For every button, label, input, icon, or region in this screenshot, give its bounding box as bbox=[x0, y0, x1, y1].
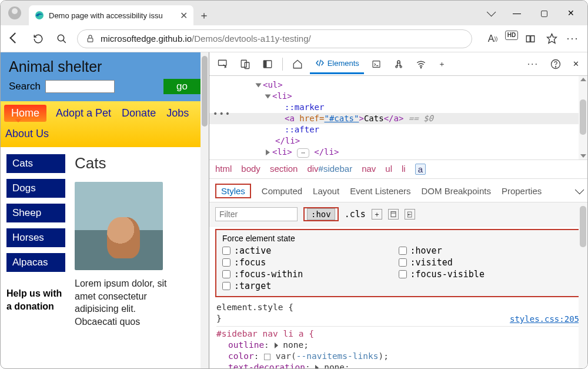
computed-toggle-icon[interactable] bbox=[388, 209, 399, 220]
search-input[interactable] bbox=[45, 80, 115, 93]
sidebar-item-alpacas[interactable]: Alpacas bbox=[6, 253, 65, 272]
go-button[interactable]: go bbox=[163, 79, 201, 94]
address-bar: microsoftedge.github.io/Demos/devtools-a… bbox=[1, 25, 587, 52]
state-hover[interactable]: :hover bbox=[399, 245, 575, 256]
nav-jobs[interactable]: Jobs bbox=[165, 105, 190, 122]
svg-line-2 bbox=[63, 40, 66, 43]
more-button[interactable]: ··· bbox=[564, 31, 582, 47]
styles-filter-input[interactable] bbox=[215, 207, 298, 221]
favorite-button[interactable] bbox=[543, 31, 560, 47]
maximize-button[interactable]: ▢ bbox=[531, 4, 557, 22]
section-heading: Cats bbox=[75, 154, 172, 172]
edge-icon bbox=[35, 11, 44, 20]
close-window-button[interactable]: ✕ bbox=[558, 4, 584, 22]
url-field[interactable]: microsoftedge.github.io/Demos/devtools-a… bbox=[77, 29, 472, 48]
reading-list-button[interactable] bbox=[522, 31, 539, 47]
devtools-close-icon[interactable]: ✕ bbox=[568, 54, 584, 74]
new-style-rule-icon[interactable]: ＋ bbox=[372, 209, 382, 220]
subtab-properties[interactable]: Properties bbox=[502, 186, 542, 196]
breadcrumb[interactable]: htmlbodysection div#sidebar navulli a bbox=[209, 159, 587, 179]
devtools-more-icon[interactable]: ··· bbox=[523, 54, 543, 74]
subtab-overflow-icon[interactable] bbox=[575, 186, 582, 196]
state-focus-visible[interactable]: :focus-visible bbox=[399, 269, 575, 280]
profile-button[interactable] bbox=[1, 1, 29, 25]
svg-point-14 bbox=[396, 66, 397, 68]
tab-chevron-icon[interactable] bbox=[477, 4, 503, 22]
svg-point-1 bbox=[58, 35, 64, 41]
svg-rect-9 bbox=[263, 61, 266, 68]
subtab-styles[interactable]: Styles bbox=[215, 184, 251, 198]
sidebar: Cats Dogs Sheep Horses Alpacas bbox=[6, 154, 65, 272]
rendering-panel-icon[interactable]: ⍇ bbox=[405, 209, 415, 220]
window-controls: — ▢ ✕ bbox=[477, 1, 587, 25]
dom-tree[interactable]: ••• <ul> <li> ::marker <a href="#cats">C… bbox=[209, 76, 587, 159]
page-title: Animal shelter bbox=[9, 58, 201, 75]
tab-network[interactable] bbox=[411, 54, 431, 74]
main-nav: Home Adopt a Pet Donate Jobs About Us bbox=[1, 101, 209, 147]
subtab-computed[interactable]: Computed bbox=[262, 186, 302, 196]
page-viewport: Animal shelter Search go Home Adopt a Pe… bbox=[1, 52, 209, 369]
styles-subtabs: Styles Computed Layout Event Listeners D… bbox=[209, 179, 587, 202]
hd-button[interactable]: HD bbox=[505, 31, 518, 40]
svg-rect-5 bbox=[219, 60, 227, 65]
page-scrollbar[interactable] bbox=[201, 52, 209, 369]
back-button[interactable] bbox=[6, 31, 23, 47]
styles-scrollbar[interactable] bbox=[579, 202, 587, 369]
svg-point-13 bbox=[397, 61, 400, 64]
nav-donate[interactable]: Donate bbox=[121, 105, 157, 122]
styles-filter-row: :hov .cls ＋ ⍇ bbox=[209, 202, 587, 227]
cat-image bbox=[75, 182, 163, 270]
sidebar-item-cats[interactable]: Cats bbox=[6, 154, 65, 173]
tab-title: Demo page with accessibility issu bbox=[49, 11, 163, 20]
svg-point-15 bbox=[400, 66, 402, 68]
devtools: Elements ＋ ··· ✕ ••• <ul> <li> ::marker … bbox=[209, 52, 587, 369]
nav-home[interactable]: Home bbox=[4, 105, 46, 122]
state-target[interactable]: :target bbox=[222, 281, 399, 291]
force-state-title: Force element state bbox=[222, 234, 574, 243]
tab-welcome[interactable] bbox=[288, 54, 308, 74]
lock-icon bbox=[86, 34, 95, 43]
search-label: Search bbox=[9, 81, 41, 92]
source-link[interactable]: styles.css:205 bbox=[510, 314, 579, 325]
nav-adopt[interactable]: Adopt a Pet bbox=[55, 105, 112, 122]
browser-tab[interactable]: Demo page with accessibility issu ✕ bbox=[29, 5, 193, 25]
nav-about[interactable]: About Us bbox=[4, 125, 50, 142]
more-tabs-button[interactable]: ＋ bbox=[433, 54, 450, 74]
svg-rect-11 bbox=[373, 61, 380, 67]
style-rules[interactable]: element.style { } styles.css:205 #sideba… bbox=[209, 301, 587, 369]
dom-scrollbar[interactable] bbox=[579, 76, 587, 159]
search-button[interactable] bbox=[54, 31, 70, 47]
inspect-element-icon[interactable] bbox=[213, 54, 233, 74]
donation-callout: Help us with a donation bbox=[6, 287, 65, 313]
state-visited[interactable]: :visited bbox=[399, 257, 575, 268]
svg-rect-3 bbox=[88, 38, 93, 42]
tab-elements[interactable]: Elements bbox=[310, 54, 364, 74]
sidebar-item-sheep[interactable]: Sheep bbox=[6, 204, 65, 222]
tab-console[interactable] bbox=[366, 54, 386, 74]
hov-toggle[interactable]: :hov bbox=[303, 207, 339, 221]
state-focus[interactable]: :focus bbox=[222, 257, 399, 268]
refresh-button[interactable] bbox=[30, 31, 46, 47]
subtab-dom-breakpoints[interactable]: DOM Breakpoints bbox=[422, 186, 491, 196]
svg-rect-6 bbox=[241, 60, 246, 67]
tab-sources[interactable] bbox=[389, 54, 409, 74]
ellipsis-icon[interactable]: ••• bbox=[213, 109, 231, 118]
tab-close-icon[interactable]: ✕ bbox=[180, 10, 188, 21]
dock-side-icon[interactable] bbox=[258, 54, 278, 74]
svg-marker-4 bbox=[547, 34, 556, 44]
device-toggle-icon[interactable] bbox=[235, 54, 255, 74]
subtab-event-listeners[interactable]: Event Listeners bbox=[350, 186, 410, 196]
cls-toggle[interactable]: .cls bbox=[345, 209, 366, 220]
url-text: microsoftedge.github.io/Demos/devtools-a… bbox=[101, 34, 311, 44]
read-aloud-button[interactable]: A)) bbox=[484, 31, 502, 47]
state-active[interactable]: :active bbox=[222, 245, 399, 256]
sidebar-item-horses[interactable]: Horses bbox=[6, 228, 65, 247]
new-tab-button[interactable]: ＋ bbox=[193, 5, 215, 25]
minimize-button[interactable]: — bbox=[504, 4, 530, 22]
sidebar-item-dogs[interactable]: Dogs bbox=[6, 179, 65, 198]
help-icon[interactable] bbox=[546, 54, 566, 74]
main-content: Cats Lorem ipsum dolor, sit amet consect… bbox=[75, 154, 172, 328]
force-element-state-panel: Force element state :active :hover :focu… bbox=[215, 229, 582, 297]
subtab-layout[interactable]: Layout bbox=[313, 186, 339, 196]
state-focus-within[interactable]: :focus-within bbox=[222, 269, 399, 280]
